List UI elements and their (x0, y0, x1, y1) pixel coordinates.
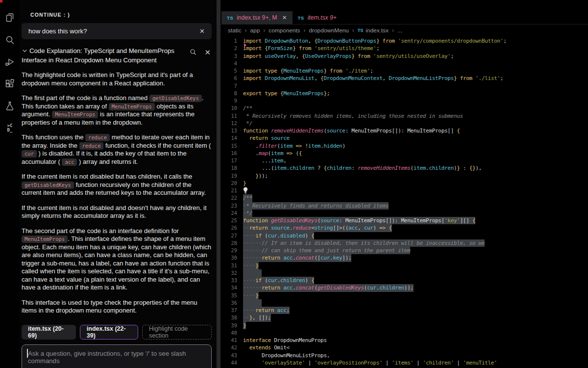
code-line: 25function getDisabledKeys(source: MenuI… (220, 217, 588, 224)
line-number: 11 (220, 113, 243, 119)
code-line: 34······return acc.concat(getDisabledKey… (220, 284, 588, 291)
vscode-window: >CD_ CONTINUE : ) how does this work? ✕ … (0, 0, 588, 368)
code-line: 12 */ (220, 120, 588, 127)
line-number: 27 (220, 233, 243, 239)
question-close-icon[interactable]: ✕ (199, 27, 205, 35)
breadcrumb[interactable]: static›app›components›dropdownMenu›TSind… (220, 25, 588, 36)
code-line: 29······// can skip them and just return… (220, 247, 588, 254)
line-number: 18 (220, 165, 243, 171)
explanation-title: Code Explanation: TypeScript and MenuIte… (22, 46, 184, 65)
line-number: 42 (220, 344, 243, 351)
breadcrumb-item[interactable]: static (228, 27, 242, 34)
code-line: 20} (220, 180, 588, 187)
breadcrumb-item[interactable]: ... (397, 27, 402, 34)
testing-flask-icon[interactable] (4, 100, 16, 112)
breadcrumb-separator: › (352, 27, 354, 34)
breadcrumb-separator: › (245, 27, 247, 34)
line-number: 13 (220, 128, 243, 134)
explanation-header[interactable]: Code Explanation: TypeScript and MenuIte… (22, 46, 212, 65)
run-debug-icon[interactable] (4, 56, 16, 68)
question-text: how does this work? (28, 27, 199, 35)
code-line: 27····if (cur.disabled) { (220, 232, 588, 239)
explanation-paragraph: This interface is used to type check the… (22, 299, 212, 315)
line-number: 33 (220, 277, 243, 284)
code-line: 1import DropdownButton, {DropdownButtonP… (220, 37, 588, 45)
line-number: 6 (220, 75, 243, 81)
editor-group: TSindex.tsx 9+, M✕TSitem.tsx 9+ static›a… (220, 0, 588, 368)
continue-extension-icon[interactable]: >CD_ (4, 122, 16, 134)
line-number: 1 (220, 38, 243, 44)
code-line: 18 ...(item.children ? {children: remove… (220, 164, 588, 172)
context-chips: item.tsx (20-69)index.tsx (22-39)Highlig… (22, 325, 212, 340)
line-number: 23 (220, 203, 243, 209)
chevron-down-icon (22, 48, 28, 54)
panel-title: CONTINUE : ) (30, 12, 212, 18)
explanation-close-icon[interactable]: ✕ (204, 48, 211, 58)
code-line: 33····if (cur.children) { (220, 277, 588, 284)
line-number: 5 (220, 68, 243, 74)
line-number: 8 (220, 90, 243, 97)
code-line: 37····return acc; (220, 307, 588, 314)
context-chip[interactable]: item.tsx (20-69) (22, 325, 76, 340)
inline-code: getDisabledKeys (149, 95, 202, 102)
code-line: 40 (220, 329, 588, 337)
line-number: 29 (220, 247, 243, 254)
explorer-icon[interactable] (4, 12, 16, 24)
line-number: 20 (220, 180, 243, 186)
code-line: 43 DropdownMenuListProps, (220, 352, 588, 359)
line-number: 12 (220, 120, 243, 127)
explanation-paragraph: If the current item is not disabled but … (22, 173, 212, 197)
explanation-paragraph: The highlighted code is written in TypeS… (22, 71, 212, 87)
search-icon[interactable] (4, 34, 16, 46)
extensions-icon[interactable] (4, 78, 16, 90)
activity-bar: >CD_ (0, 0, 20, 368)
ts-file-icon: TS (358, 28, 364, 33)
code-line: 28······// If an item is disabled, then … (220, 239, 588, 247)
line-number: 10 (220, 105, 243, 111)
tab-label: index.tsx 9+, M (237, 14, 277, 21)
explanation-paragraph: This function uses the reduce method to … (22, 133, 212, 166)
editor-tab[interactable]: TSindex.tsx 9+, M✕ (221, 11, 293, 24)
ts-file-icon: TS (298, 15, 304, 21)
editor-tab[interactable]: TSitem.tsx 9+ (293, 11, 342, 24)
inline-code: MenuItemProps (52, 111, 98, 118)
code-line: 4 (220, 60, 588, 67)
breadcrumb-item[interactable]: components (269, 27, 300, 34)
question-box[interactable]: how does this work? ✕ (22, 23, 212, 39)
code-line: 22/** (220, 194, 588, 202)
panel-scrollbar[interactable] (217, 0, 220, 368)
code-line: 13function removeHiddenItems(source: Men… (220, 127, 588, 134)
breadcrumb-item[interactable]: dropdownMenu (309, 27, 349, 34)
code-line: 11 * Recursively removes hidden items, i… (220, 112, 588, 120)
code-line: 2import {FormSize} from 'sentry/utils/th… (220, 45, 588, 52)
line-number: 17 (220, 158, 243, 164)
magnifier-icon[interactable] (189, 48, 197, 58)
tab-close-icon[interactable]: ✕ (282, 14, 287, 21)
context-chip[interactable]: index.tsx (22-39) (80, 325, 138, 340)
code-area[interactable]: 1import DropdownButton, {DropdownButtonP… (220, 36, 588, 368)
code-line: 24·*/ (220, 210, 588, 217)
breadcrumb-item[interactable]: index.tsx (366, 27, 389, 34)
line-number: 26 (220, 225, 243, 231)
line-number: 19 (220, 173, 243, 179)
ask-input[interactable] (22, 344, 212, 368)
code-line: 38··}, []); (220, 314, 588, 321)
line-number: 31 (220, 263, 243, 269)
line-number: 22 (220, 195, 243, 201)
line-number: 4 (220, 60, 243, 67)
line-number: 24 (220, 210, 243, 216)
code-line: 16 .map(item => ({ (220, 150, 588, 157)
text-caret (27, 349, 28, 358)
code-line: 42 extends Omit< (220, 344, 588, 351)
ts-file-icon: TS (227, 15, 233, 21)
line-number: 43 (220, 352, 243, 359)
line-number: 28 (220, 240, 243, 246)
line-number: 9 (220, 98, 243, 104)
line-number: 35 (220, 292, 243, 299)
context-chip[interactable]: Highlight code section (142, 325, 212, 340)
line-number: 38 (220, 315, 243, 321)
code-line: 9 (220, 97, 588, 105)
line-number: 3 (220, 53, 243, 59)
inline-code: acc (62, 158, 77, 166)
breadcrumb-item[interactable]: app (250, 27, 260, 34)
